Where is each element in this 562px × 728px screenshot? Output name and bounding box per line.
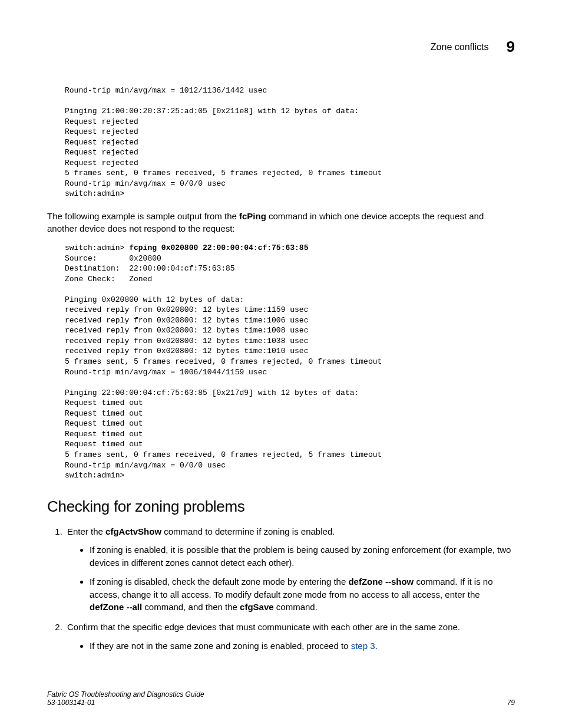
link-step-3[interactable]: step 3 xyxy=(351,641,375,651)
code-sample-1: Round-trip min/avg/max = 1012/1136/1442 … xyxy=(65,85,515,199)
step-1-bullet-1: If zoning is enabled, it is possible tha… xyxy=(90,543,515,569)
chapter-number: 9 xyxy=(507,38,515,56)
code-sample-2: switch:admin> fcping 0x020800 22:00:00:0… xyxy=(65,243,515,481)
cmd-cfgactvshow: cfgActvShow xyxy=(105,526,161,536)
cmd-cfgsave: cfgSave xyxy=(240,602,274,612)
page-footer: Fabric OS Troubleshooting and Diagnostic… xyxy=(47,690,515,707)
cmd-defzone-show: defZone --show xyxy=(348,577,414,587)
procedure-steps: Enter the cfgActvShow command to determi… xyxy=(53,525,515,653)
footer-page-number: 79 xyxy=(507,699,515,707)
step-1-bullet-2: If zoning is disabled, check the default… xyxy=(90,575,515,614)
cmd-defzone-all: defZone --all xyxy=(90,602,142,612)
step-2: Confirm that the specific edge devices t… xyxy=(65,621,515,653)
step-2-bullet-1: If they are not in the same zone and zon… xyxy=(90,640,515,653)
cmd-fcping: fcPing xyxy=(239,211,266,221)
running-header: Zone conflicts 9 xyxy=(47,38,515,56)
footer-doc-number: 53-1003141-01 xyxy=(47,699,204,707)
step-1: Enter the cfgActvShow command to determi… xyxy=(65,525,515,614)
step-2-bullets: If they are not in the same zone and zon… xyxy=(79,640,515,653)
footer-doc-title: Fabric OS Troubleshooting and Diagnostic… xyxy=(47,690,204,699)
section-heading: Checking for zoning problems xyxy=(47,498,515,516)
header-title: Zone conflicts xyxy=(431,42,489,52)
step-1-bullets: If zoning is enabled, it is possible tha… xyxy=(79,543,515,614)
para-intro-2: The following example is sample output f… xyxy=(47,210,515,235)
